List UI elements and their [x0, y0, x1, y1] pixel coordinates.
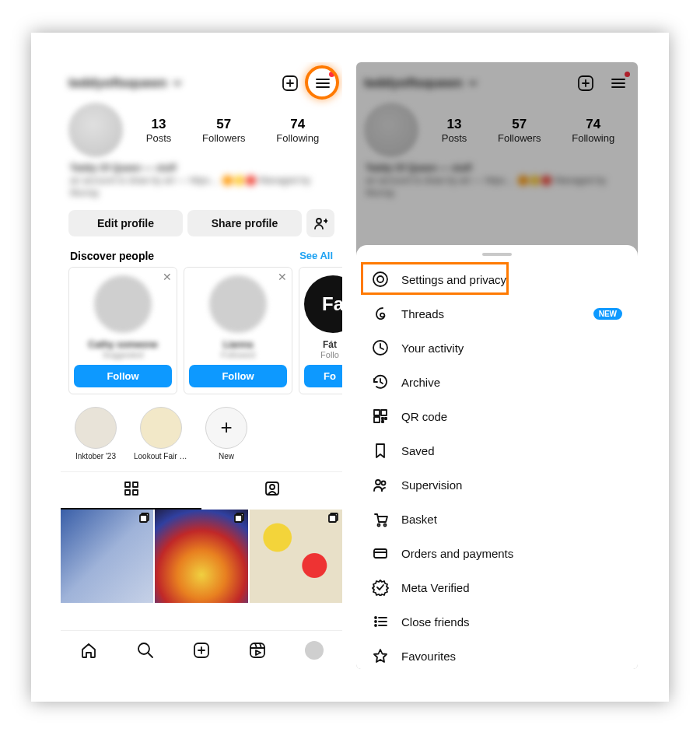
svg-rect-16 [140, 515, 147, 522]
svg-point-53 [375, 621, 376, 622]
svg-rect-50 [374, 549, 387, 558]
suggestion-card: ✕ Lianna Followed Follow [184, 267, 292, 394]
follow-button[interactable]: Follow [189, 365, 287, 387]
posts-grid [61, 510, 342, 603]
highlight-item[interactable]: Lookout Fair '… [134, 407, 188, 461]
plus-square-icon [281, 74, 299, 93]
suggestion-name: Lianna [189, 339, 287, 350]
new-badge: NEW [593, 308, 622, 320]
share-profile-button[interactable]: Share profile [187, 210, 302, 236]
post-thumbnail[interactable] [155, 510, 247, 603]
menu-threads[interactable]: Threads NEW [359, 296, 635, 331]
grid-icon [123, 480, 140, 497]
svg-rect-18 [235, 515, 242, 522]
menu-label: Archive [401, 376, 440, 389]
highlight-new[interactable]: +New [199, 407, 254, 461]
menu-archive[interactable]: Archive [359, 365, 635, 399]
bookmark-icon [372, 442, 389, 459]
discover-cards[interactable]: ✕ Cathy someone Suggested Follow ✕ Liann… [61, 267, 342, 394]
menu-label: Threads [401, 307, 444, 320]
menu-label: Saved [401, 444, 435, 457]
profile-header: teddyoftsqueen [61, 62, 342, 101]
menu-settings-privacy[interactable]: Settings and privacy [359, 262, 635, 296]
phone-left-profile: teddyoftsqueen [61, 62, 342, 669]
home-icon[interactable] [79, 641, 98, 660]
menu-basket[interactable]: Basket [359, 502, 635, 536]
highlight-item[interactable]: Inktober '23 [68, 407, 123, 461]
svg-point-14 [270, 485, 275, 489]
options-bottom-sheet: Settings and privacy Threads NEW Your ac… [356, 245, 638, 669]
profile-tab-avatar[interactable] [305, 641, 324, 660]
suggestion-avatar[interactable]: Fa [304, 275, 342, 333]
close-icon[interactable]: ✕ [163, 271, 172, 283]
notification-dot-icon [329, 72, 334, 77]
highlight-label: Lookout Fair '… [134, 452, 188, 461]
svg-rect-45 [382, 421, 383, 422]
see-all-link[interactable]: See All [299, 250, 333, 261]
stat-followers-value: 57 [202, 117, 246, 132]
tab-tagged[interactable] [201, 472, 342, 510]
bio-line1: Teddy Of Queen — stuff [70, 162, 333, 174]
menu-qr-code[interactable]: QR code [359, 399, 635, 433]
menu-orders-payments[interactable]: Orders and payments [359, 536, 635, 570]
post-thumbnail[interactable] [61, 510, 153, 603]
stat-following[interactable]: 74 Following [276, 117, 319, 144]
svg-rect-12 [133, 490, 138, 495]
reels-icon[interactable] [248, 641, 267, 660]
menu-meta-verified[interactable]: Meta Verified [359, 570, 635, 604]
cart-icon [372, 510, 389, 527]
sheet-grabber[interactable] [482, 253, 512, 256]
suggestion-sub: Followed [189, 350, 287, 360]
tab-grid[interactable] [61, 472, 201, 510]
avatar-initials: Fa [322, 293, 342, 315]
edit-profile-button[interactable]: Edit profile [68, 210, 183, 236]
gear-icon [372, 271, 389, 288]
suggestion-avatar[interactable] [94, 275, 152, 333]
menu-favourites[interactable]: Favourites [359, 639, 635, 669]
menu-label: Settings and privacy [401, 273, 506, 286]
carousel-icon [328, 513, 339, 524]
menu-saved[interactable]: Saved [359, 433, 635, 468]
menu-label: Close friends [401, 615, 470, 629]
follow-button[interactable]: Fo [304, 365, 342, 387]
svg-point-38 [373, 272, 387, 286]
profile-bio: Teddy Of Queen — stuff an account to dra… [61, 160, 342, 205]
stat-followers[interactable]: 57 Followers [202, 117, 246, 144]
create-icon[interactable] [192, 641, 211, 660]
post-thumbnail[interactable] [250, 510, 342, 603]
menu-label: Favourites [401, 650, 456, 663]
follow-button[interactable]: Follow [74, 365, 172, 387]
svg-rect-42 [374, 417, 380, 422]
menu-label: Orders and payments [401, 547, 513, 560]
suggestion-avatar[interactable] [209, 275, 267, 333]
search-icon[interactable] [136, 641, 155, 660]
plus-icon: + [220, 415, 232, 440]
profile-tabs [61, 471, 342, 510]
menu-close-friends[interactable]: Close friends [359, 604, 635, 639]
stat-posts[interactable]: 13 Posts [146, 117, 172, 144]
svg-rect-40 [374, 410, 380, 415]
suggestion-name: Cathy someone [74, 339, 172, 350]
suggestion-card: Fa Fát Follo Fo [299, 267, 342, 394]
discover-title: Discover people [70, 250, 154, 262]
username-dropdown[interactable]: teddyoftsqueen [68, 75, 183, 91]
menu-your-activity[interactable]: Your activity [359, 331, 635, 365]
bottom-nav [61, 630, 342, 669]
close-icon[interactable]: ✕ [278, 271, 287, 283]
verified-icon [372, 579, 389, 596]
discover-people-button[interactable] [306, 209, 334, 237]
menu-label: Basket [401, 513, 437, 526]
suggestion-card: ✕ Cathy someone Suggested Follow [68, 267, 177, 394]
suggestion-sub: Suggested [74, 350, 172, 360]
menu-supervision[interactable]: Supervision [359, 468, 635, 502]
profile-avatar[interactable] [68, 103, 123, 157]
svg-rect-9 [125, 482, 130, 487]
svg-marker-58 [374, 650, 387, 662]
svg-point-37 [377, 276, 383, 282]
highlights-row[interactable]: Inktober '23 Lookout Fair '… +New [61, 394, 342, 467]
stat-following-value: 74 [276, 117, 319, 132]
hamburger-menu-button[interactable] [313, 73, 333, 93]
create-post-button[interactable] [280, 73, 300, 93]
archive-icon [372, 373, 389, 391]
svg-rect-11 [125, 490, 130, 495]
